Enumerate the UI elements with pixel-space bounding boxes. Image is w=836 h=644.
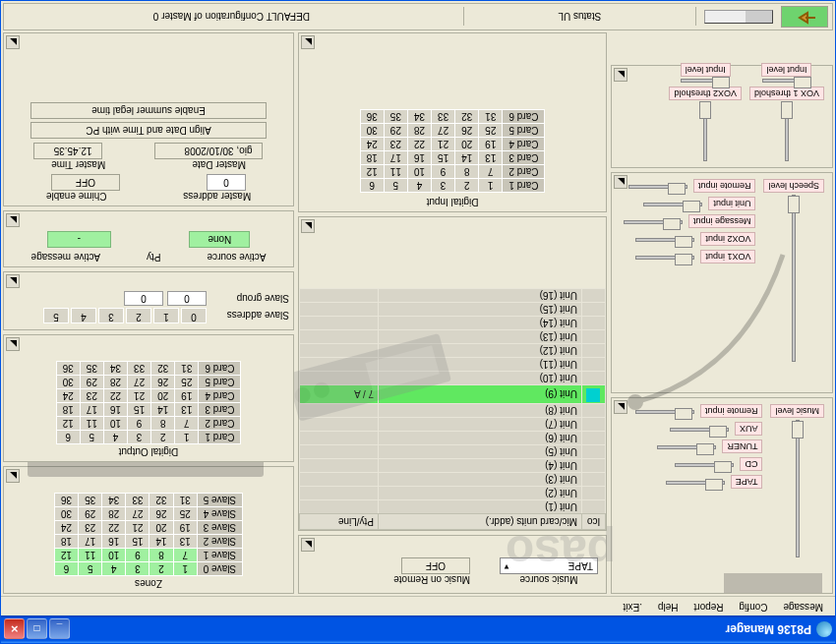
grid-cell[interactable]: 21 <box>128 389 151 403</box>
remote-slider[interactable] <box>675 408 692 420</box>
grid-cell[interactable]: 7 <box>175 417 199 431</box>
grid-cell[interactable]: 34 <box>407 110 431 124</box>
grid-cell[interactable]: 18 <box>54 535 78 549</box>
grid-cell[interactable]: 12 <box>56 417 80 431</box>
menu-message[interactable]: Message <box>775 597 831 615</box>
unit-row[interactable]: Unit (10) <box>300 372 606 385</box>
grid-cell[interactable]: 19 <box>175 389 199 403</box>
grid-cell[interactable]: 27 <box>128 376 151 389</box>
grid-cell[interactable]: 14 <box>455 151 479 165</box>
panel-expand-icon[interactable]: ◣ <box>301 538 315 552</box>
panel-expand-icon[interactable]: ◣ <box>614 68 627 82</box>
slave-group-1[interactable] <box>124 291 163 306</box>
input-level2-slider[interactable] <box>712 77 730 88</box>
grid-cell[interactable]: 31 <box>479 110 503 124</box>
grid-cell[interactable]: 35 <box>384 110 407 124</box>
chime-button[interactable]: OFF <box>51 174 120 191</box>
message-input-slider[interactable] <box>663 218 681 230</box>
grid-cell[interactable]: 15 <box>128 403 151 417</box>
grid-cell[interactable]: 13 <box>479 151 503 165</box>
grid-cell[interactable]: 5 <box>80 431 103 444</box>
grid-cell[interactable]: 25 <box>175 376 199 389</box>
grid-cell[interactable]: 14 <box>149 535 173 549</box>
grid-cell[interactable]: 4 <box>102 562 126 576</box>
grid-cell[interactable]: 29 <box>384 124 407 138</box>
tuner-slider[interactable] <box>696 443 714 455</box>
digital-output-grid[interactable]: Card 1123456Card 2789101112Card 31314151… <box>56 361 242 444</box>
grid-cell[interactable]: 21 <box>432 138 455 151</box>
grid-cell[interactable]: 1 <box>175 431 199 444</box>
grid-cell[interactable]: 24 <box>360 138 384 151</box>
unit-row[interactable]: Unit (12) <box>300 344 606 358</box>
grid-cell[interactable]: 35 <box>79 494 102 507</box>
grid-cell[interactable]: 9 <box>126 549 149 562</box>
grid-cell[interactable]: 36 <box>56 362 80 376</box>
grid-cell[interactable]: 1 <box>173 562 197 576</box>
slave-address-cell[interactable]: 2 <box>126 308 151 323</box>
grid-cell[interactable]: 29 <box>79 507 102 521</box>
unit-row[interactable]: Unit (1) <box>300 500 606 514</box>
grid-cell[interactable]: 28 <box>103 376 127 389</box>
grid-cell[interactable]: 11 <box>79 549 102 562</box>
grid-cell[interactable]: 36 <box>360 110 384 124</box>
grid-cell[interactable]: 26 <box>149 507 173 521</box>
grid-cell[interactable]: 4 <box>103 431 127 444</box>
slave-address-cell[interactable]: 3 <box>98 308 124 323</box>
grid-cell[interactable]: 14 <box>151 403 175 417</box>
grid-cell[interactable]: 16 <box>407 151 431 165</box>
tape-slider[interactable] <box>705 479 723 491</box>
digital-input-grid[interactable]: Card 1123456Card 2789101112Card 31314151… <box>360 109 546 193</box>
grid-cell[interactable]: 34 <box>103 362 127 376</box>
slave-address-cell[interactable]: 1 <box>153 308 179 323</box>
grid-cell[interactable]: 20 <box>455 138 479 151</box>
slave-address-cell[interactable]: 0 <box>181 308 207 323</box>
grid-cell[interactable]: 8 <box>455 165 479 179</box>
aux-slider[interactable] <box>709 426 727 438</box>
minimize-button[interactable]: _ <box>49 619 70 640</box>
unit-row[interactable]: Unit (5) <box>300 445 606 459</box>
panel-expand-icon[interactable]: ◣ <box>301 35 315 49</box>
grid-cell[interactable]: 22 <box>102 521 126 535</box>
grid-cell[interactable]: 32 <box>455 110 479 124</box>
grid-cell[interactable]: 24 <box>54 521 78 535</box>
grid-cell[interactable]: 11 <box>80 417 103 431</box>
status-run-button[interactable] <box>781 6 828 28</box>
grid-cell[interactable]: 18 <box>56 403 80 417</box>
grid-cell[interactable]: 30 <box>360 124 384 138</box>
panel-expand-icon[interactable]: ◣ <box>6 274 20 288</box>
grid-cell[interactable]: 6 <box>56 431 80 444</box>
grid-cell[interactable]: 6 <box>360 179 384 193</box>
slave-group-0[interactable] <box>167 291 207 306</box>
grid-cell[interactable]: 16 <box>102 535 126 549</box>
grid-cell[interactable]: 33 <box>128 362 151 376</box>
grid-cell[interactable]: 30 <box>54 507 78 521</box>
grid-cell[interactable]: 26 <box>455 124 479 138</box>
grid-cell[interactable]: 27 <box>432 124 455 138</box>
summer-time-button[interactable]: Enable summer legal time <box>30 102 267 119</box>
grid-cell[interactable]: 5 <box>384 179 407 193</box>
grid-cell[interactable]: 9 <box>128 417 151 431</box>
grid-cell[interactable]: 8 <box>149 549 173 562</box>
grid-cell[interactable]: 3 <box>126 562 149 576</box>
unit-row[interactable]: Unit (13) <box>300 330 606 344</box>
grid-cell[interactable]: 33 <box>432 110 455 124</box>
vox1-input-slider[interactable] <box>675 254 692 265</box>
music-remote-button[interactable]: OFF <box>401 557 470 574</box>
grid-cell[interactable]: 16 <box>103 403 127 417</box>
grid-cell[interactable]: 28 <box>102 507 126 521</box>
unit-row[interactable]: Unit (8) <box>300 404 606 418</box>
menu-exit[interactable]: .Exit <box>615 597 649 615</box>
grid-cell[interactable]: 15 <box>126 535 149 549</box>
grid-cell[interactable]: 3 <box>128 431 151 444</box>
grid-cell[interactable]: 9 <box>432 165 455 179</box>
panel-expand-icon[interactable]: ◣ <box>6 337 20 351</box>
vox2-threshold-slider[interactable] <box>699 101 711 119</box>
grid-cell[interactable]: 13 <box>175 403 199 417</box>
grid-cell[interactable]: 34 <box>102 494 126 507</box>
grid-cell[interactable]: 26 <box>151 376 175 389</box>
grid-cell[interactable]: 30 <box>56 376 80 389</box>
grid-cell[interactable]: 3 <box>432 179 455 193</box>
grid-cell[interactable]: 7 <box>173 549 197 562</box>
grid-cell[interactable]: 10 <box>103 417 127 431</box>
grid-cell[interactable]: 22 <box>407 138 431 151</box>
